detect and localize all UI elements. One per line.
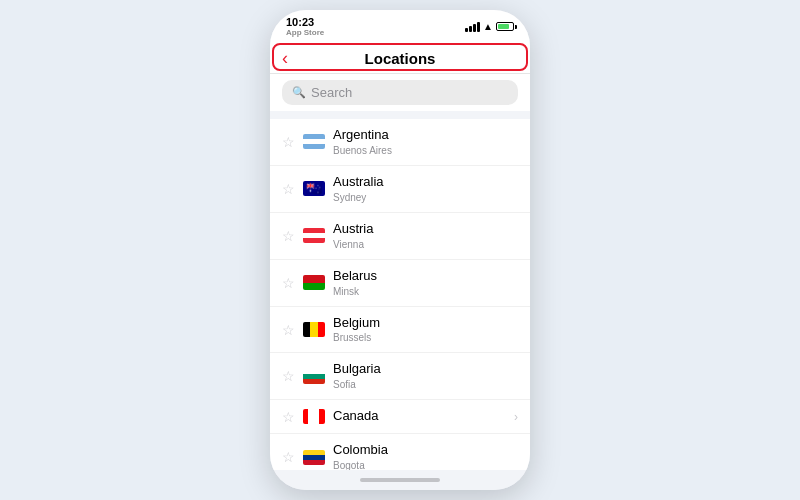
- country-name: Australia: [333, 174, 518, 191]
- country-name: Colombia: [333, 442, 518, 459]
- country-city: Vienna: [333, 238, 518, 251]
- signal-icon: [465, 22, 480, 32]
- country-info: Colombia Bogota: [333, 442, 518, 470]
- wifi-icon: ▲: [483, 21, 493, 32]
- app-store-label: App Store: [286, 28, 324, 37]
- country-info: Canada: [333, 408, 506, 425]
- flag-au: 🇦🇺: [303, 181, 325, 196]
- list-item[interactable]: ☆ Canada ›: [270, 400, 530, 434]
- country-info: Belarus Minsk: [333, 268, 518, 298]
- flag-co: [303, 450, 325, 465]
- country-name: Canada: [333, 408, 506, 425]
- country-info: Bulgaria Sofia: [333, 361, 518, 391]
- phone-frame: 10:23 App Store ▲ ‹ Locations 🔍 Search: [270, 10, 530, 490]
- country-name: Bulgaria: [333, 361, 518, 378]
- favorite-icon[interactable]: ☆: [282, 368, 295, 384]
- country-city: Sydney: [333, 191, 518, 204]
- flag-at: [303, 228, 325, 243]
- favorite-icon[interactable]: ☆: [282, 181, 295, 197]
- status-time: 10:23 App Store: [286, 16, 324, 37]
- nav-outline: [272, 43, 528, 71]
- favorite-icon[interactable]: ☆: [282, 228, 295, 244]
- country-city: Minsk: [333, 285, 518, 298]
- list-item[interactable]: ☆ Argentina Buenos Aires: [270, 119, 530, 166]
- search-icon: 🔍: [292, 86, 306, 99]
- favorite-icon[interactable]: ☆: [282, 275, 295, 291]
- back-button[interactable]: ‹: [282, 49, 288, 67]
- country-city: Buenos Aires: [333, 144, 518, 157]
- flag-by: [303, 275, 325, 290]
- list-item[interactable]: ☆ 🇦🇺 Australia Sydney: [270, 166, 530, 213]
- list-item[interactable]: ☆ Austria Vienna: [270, 213, 530, 260]
- country-info: Argentina Buenos Aires: [333, 127, 518, 157]
- country-name: Belgium: [333, 315, 518, 332]
- status-icons: ▲: [465, 21, 514, 32]
- favorite-icon[interactable]: ☆: [282, 449, 295, 465]
- flag-ca: [303, 409, 325, 424]
- favorite-icon[interactable]: ☆: [282, 409, 295, 425]
- favorite-icon[interactable]: ☆: [282, 322, 295, 338]
- country-info: Belgium Brussels: [333, 315, 518, 345]
- home-indicator: [360, 478, 440, 482]
- country-city: Sofia: [333, 378, 518, 391]
- country-info: Australia Sydney: [333, 174, 518, 204]
- battery-icon: [496, 22, 514, 31]
- flag-be: [303, 322, 325, 337]
- country-name: Argentina: [333, 127, 518, 144]
- country-city: Brussels: [333, 331, 518, 344]
- country-info: Austria Vienna: [333, 221, 518, 251]
- list-item[interactable]: ☆ Colombia Bogota: [270, 434, 530, 470]
- search-input[interactable]: Search: [311, 85, 352, 100]
- status-bar: 10:23 App Store ▲: [270, 10, 530, 41]
- list-item[interactable]: ☆ Belgium Brussels: [270, 307, 530, 354]
- locations-list: ☆ Argentina Buenos Aires ☆ 🇦🇺 Australia …: [270, 111, 530, 470]
- list-item[interactable]: ☆ Belarus Minsk: [270, 260, 530, 307]
- flag-bg: [303, 369, 325, 384]
- country-name: Belarus: [333, 268, 518, 285]
- favorite-icon[interactable]: ☆: [282, 134, 295, 150]
- bottom-bar: [270, 470, 530, 490]
- country-city: Bogota: [333, 459, 518, 470]
- page-title: Locations: [270, 50, 530, 67]
- list-item[interactable]: ☆ Bulgaria Sofia: [270, 353, 530, 400]
- flag-ar: [303, 134, 325, 149]
- country-name: Austria: [333, 221, 518, 238]
- chevron-right-icon: ›: [514, 410, 518, 424]
- search-input-wrap[interactable]: 🔍 Search: [282, 80, 518, 105]
- search-bar: 🔍 Search: [270, 74, 530, 111]
- nav-bar: ‹ Locations: [270, 41, 530, 74]
